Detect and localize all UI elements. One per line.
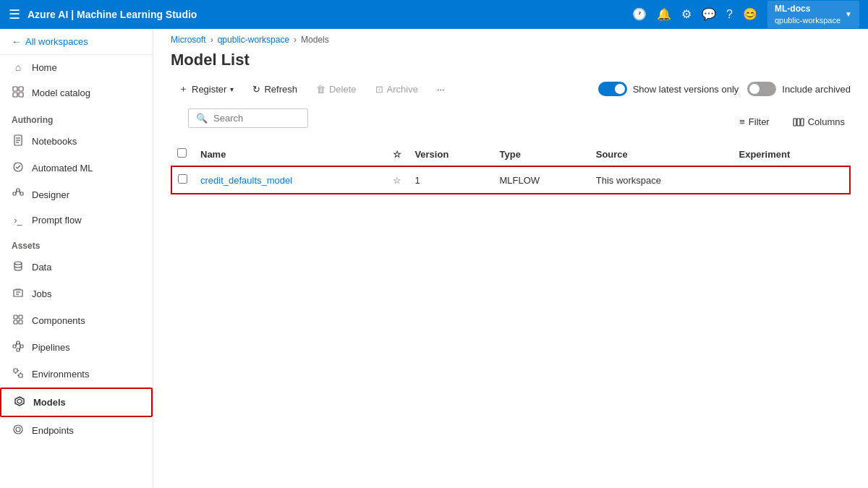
breadcrumb-workspace[interactable]: qpublic-workspace <box>218 35 289 45</box>
jobs-icon <box>12 287 25 301</box>
sidebar-item-data[interactable]: Data <box>0 254 153 281</box>
include-archived-toggle-group: Include archived <box>747 82 851 96</box>
designer-icon <box>12 188 25 202</box>
svg-rect-19 <box>14 320 17 324</box>
svg-line-13 <box>20 190 20 194</box>
svg-rect-18 <box>19 315 22 319</box>
include-archived-toggle[interactable] <box>747 82 776 96</box>
user-avatar-icon[interactable]: 😊 <box>743 7 757 21</box>
delete-label: Delete <box>329 84 357 95</box>
breadcrumb: Microsoft › qpublic-workspace › Models <box>153 29 868 45</box>
svg-line-25 <box>16 343 17 346</box>
archive-button[interactable]: ⊡ Archive <box>367 80 426 99</box>
columns-label: Columns <box>808 116 845 127</box>
hamburger-icon[interactable]: ☰ <box>9 7 20 22</box>
table-row: credit_defaults_model ☆ 1 MLFLOW This wo… <box>171 166 850 194</box>
svg-rect-35 <box>797 119 800 126</box>
show-latest-toggle[interactable] <box>598 82 627 96</box>
row-checkbox-cell <box>171 166 195 194</box>
svg-rect-34 <box>793 119 796 126</box>
svg-rect-28 <box>14 369 17 372</box>
columns-button[interactable]: Columns <box>787 113 851 131</box>
sidebar-item-home[interactable]: ⌂ Home <box>0 55 153 80</box>
sidebar-item-endpoints[interactable]: Endpoints <box>0 417 153 444</box>
svg-rect-10 <box>17 189 20 192</box>
archive-icon: ⊡ <box>375 84 383 95</box>
clock-icon[interactable]: 🕐 <box>632 7 647 21</box>
svg-rect-2 <box>13 93 17 97</box>
sidebar-item-pipelines[interactable]: Pipelines <box>0 334 153 361</box>
svg-rect-36 <box>801 119 804 126</box>
svg-rect-20 <box>19 320 22 324</box>
row-star-cell[interactable]: ☆ <box>387 166 409 194</box>
delete-button[interactable]: 🗑 Delete <box>308 80 365 99</box>
main-layout: ← All workspaces ⌂ Home Model catalog Au… <box>0 29 868 488</box>
svg-rect-11 <box>20 192 23 195</box>
more-button[interactable]: ··· <box>429 80 453 99</box>
automated-ml-icon <box>12 161 25 175</box>
endpoints-icon <box>12 424 25 437</box>
include-archived-label: Include archived <box>782 84 851 95</box>
search-filter-row: 🔍 ≡ Filter Columns <box>153 108 868 141</box>
sidebar-section-assets: Assets <box>0 232 153 254</box>
sidebar-item-notebooks[interactable]: Notebooks <box>0 128 153 155</box>
delete-icon: 🗑 <box>316 84 326 95</box>
chat-icon[interactable]: 💬 <box>702 7 716 21</box>
breadcrumb-microsoft[interactable]: Microsoft <box>171 35 206 45</box>
sidebar-item-label: Jobs <box>32 288 51 299</box>
search-bar: 🔍 <box>188 108 308 128</box>
help-icon[interactable]: ? <box>726 8 733 21</box>
svg-rect-29 <box>19 374 22 377</box>
refresh-button[interactable]: ↻ Refresh <box>244 80 305 99</box>
th-version: Version <box>409 141 493 166</box>
show-latest-toggle-group: Show latest versions only <box>598 82 739 96</box>
models-table: Name ☆ Version Type Source Experiment <box>171 141 851 194</box>
th-name: Name <box>195 141 387 166</box>
data-icon <box>12 260 25 274</box>
model-name-link[interactable]: credit_defaults_model <box>200 175 292 186</box>
page-title: Model List <box>153 45 868 78</box>
toolbar: ＋ Register ▾ ↻ Refresh 🗑 Delete ⊡ Archiv… <box>153 78 868 108</box>
sidebar-item-models[interactable]: Models <box>0 388 153 417</box>
sidebar-item-environments[interactable]: Environments <box>0 361 153 388</box>
all-workspaces-back[interactable]: ← All workspaces <box>0 29 153 55</box>
sidebar-item-components[interactable]: Components <box>0 307 153 334</box>
columns-icon <box>793 116 804 128</box>
sidebar-item-label: Environments <box>32 369 89 380</box>
environments-icon <box>12 367 25 381</box>
register-icon: ＋ <box>179 82 188 95</box>
svg-rect-9 <box>13 192 16 195</box>
sidebar-item-prompt-flow[interactable]: ›_ Prompt flow <box>0 208 153 232</box>
sidebar-item-designer[interactable]: Designer <box>0 181 153 208</box>
th-experiment: Experiment <box>733 141 850 166</box>
row-checkbox[interactable] <box>178 174 187 184</box>
model-catalog-icon <box>12 86 25 100</box>
settings-icon[interactable]: ⚙ <box>681 7 692 21</box>
svg-rect-3 <box>19 93 23 97</box>
sidebar-item-jobs[interactable]: Jobs <box>0 281 153 307</box>
svg-point-33 <box>14 425 22 434</box>
app-title: Azure AI | Machine Learning Studio <box>27 9 197 20</box>
filter-button[interactable]: ≡ Filter <box>733 114 775 130</box>
user-info: ML-docs qpublic-workspace <box>775 4 841 25</box>
refresh-icon: ↻ <box>252 84 260 95</box>
bell-icon[interactable]: 🔔 <box>657 7 671 21</box>
user-menu[interactable]: ML-docs qpublic-workspace ▼ <box>767 1 859 28</box>
sidebar-item-model-catalog[interactable]: Model catalog <box>0 80 153 106</box>
sidebar-item-label: Designer <box>32 189 69 200</box>
th-checkbox <box>171 141 195 166</box>
select-all-checkbox[interactable] <box>177 148 187 158</box>
back-label: All workspaces <box>25 36 88 47</box>
sidebar-item-label: Data <box>32 262 51 273</box>
row-version-cell: 1 <box>409 166 493 194</box>
topnav-right: 🕐 🔔 ⚙ 💬 ? 😊 ML-docs qpublic-workspace ▼ <box>632 1 859 28</box>
content-area: Microsoft › qpublic-workspace › Models M… <box>153 29 868 488</box>
breadcrumb-current: Models <box>301 35 329 45</box>
search-input[interactable] <box>213 113 300 124</box>
back-arrow-icon: ← <box>12 36 21 47</box>
register-button[interactable]: ＋ Register ▾ <box>171 78 242 100</box>
sidebar-item-automated-ml[interactable]: Automated ML <box>0 155 153 181</box>
search-icon: 🔍 <box>196 113 208 124</box>
svg-point-14 <box>14 262 22 265</box>
sidebar-item-label: Notebooks <box>32 136 77 147</box>
